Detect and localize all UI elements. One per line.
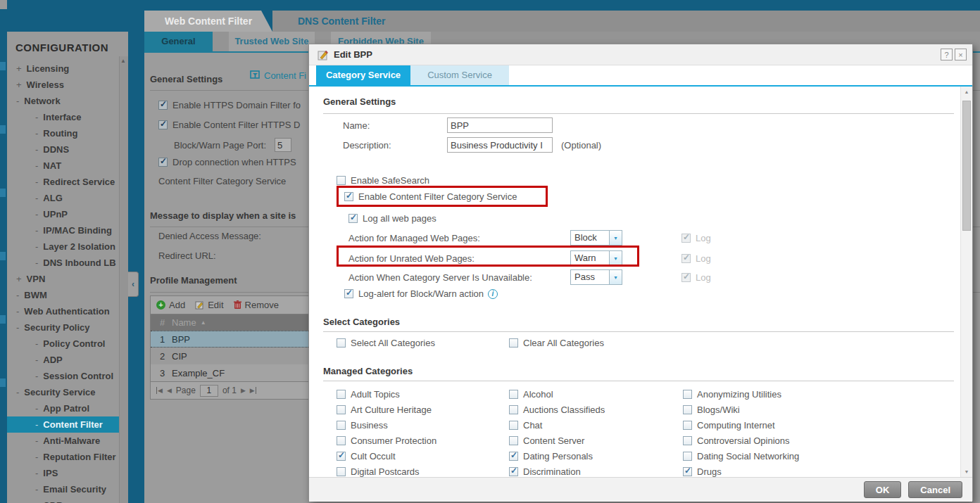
- category-checkbox[interactable]: [509, 421, 518, 430]
- tab-web-content-filter[interactable]: Web Content Filter: [144, 11, 272, 32]
- table-row[interactable]: 1BPP: [151, 331, 311, 348]
- tab-general[interactable]: General: [144, 32, 213, 51]
- action-unrated-dropdown[interactable]: Warn ▼: [570, 250, 622, 266]
- sidebar-item-ip-mac-binding[interactable]: -IP/MAC Binding: [7, 222, 128, 238]
- category-discrimination[interactable]: Discrimination: [509, 464, 683, 477]
- category-consumer-protection[interactable]: Consumer Protection: [337, 433, 509, 448]
- category-controversial-opinions[interactable]: Controversial Opinions: [683, 433, 949, 448]
- sidebar-item-redirect-service[interactable]: -Redirect Service: [7, 174, 128, 190]
- category-alcohol[interactable]: Alcohol: [509, 386, 683, 402]
- close-icon[interactable]: ×: [955, 49, 967, 61]
- select-all-checkbox[interactable]: [337, 338, 346, 348]
- sidebar-item-nat[interactable]: -NAT: [7, 158, 128, 174]
- name-field[interactable]: [447, 117, 553, 133]
- sidebar-item-dns-inbound-lb[interactable]: -DNS Inbound LB: [7, 255, 128, 271]
- enable-category-service-checkbox[interactable]: [344, 192, 353, 201]
- category-adult-topics[interactable]: Adult Topics: [337, 386, 509, 402]
- category-blogs-wiki[interactable]: Blogs/Wiki: [683, 402, 949, 417]
- category-cult-occult[interactable]: Cult Occult: [337, 448, 509, 464]
- remove-button[interactable]: Remove: [234, 300, 279, 310]
- category-checkbox[interactable]: [337, 390, 346, 399]
- category-checkbox[interactable]: [337, 405, 346, 414]
- category-dating-personals[interactable]: Dating Personals: [509, 448, 683, 464]
- category-checkbox[interactable]: [683, 436, 692, 445]
- category-checkbox[interactable]: [683, 467, 692, 476]
- category-checkbox[interactable]: [337, 436, 346, 445]
- clear-all-checkbox[interactable]: [509, 338, 518, 348]
- sidebar-item-ips[interactable]: -IPS: [7, 465, 128, 481]
- category-business[interactable]: Business: [337, 417, 509, 433]
- sidebar-item-wireless[interactable]: +Wireless: [7, 77, 128, 93]
- log-alert-checkbox[interactable]: [344, 289, 353, 298]
- category-checkbox[interactable]: [337, 421, 346, 430]
- description-field[interactable]: [447, 137, 553, 153]
- ok-button[interactable]: OK: [864, 481, 902, 498]
- sidebar-item-cdr[interactable]: -CDR: [7, 497, 128, 503]
- category-dating-social-networking[interactable]: Dating Social Networking: [683, 448, 949, 464]
- https-domain-filter-checkbox[interactable]: [158, 101, 168, 110]
- category-checkbox[interactable]: [683, 405, 692, 414]
- dialog-scrollbar[interactable]: ▲ ▼: [960, 87, 972, 477]
- category-checkbox[interactable]: [509, 467, 518, 476]
- sidebar-scrollbar[interactable]: ▲: [119, 56, 128, 503]
- tab-dns-content-filter[interactable]: DNS Content Filter: [272, 15, 385, 27]
- sidebar-item-anti-malware[interactable]: -Anti-Malware: [7, 433, 128, 449]
- action-managed-dropdown[interactable]: Block ▼: [570, 230, 622, 246]
- sidebar-item-vpn[interactable]: +VPN: [7, 271, 128, 287]
- block-warn-port-input[interactable]: [275, 138, 291, 152]
- cancel-button[interactable]: Cancel: [908, 481, 962, 498]
- tab-trusted-web-site[interactable]: Trusted Web Site: [229, 32, 315, 51]
- sidebar-item-session-control[interactable]: -Session Control: [7, 368, 128, 384]
- sidebar-item-interface[interactable]: -Interface: [7, 109, 128, 125]
- category-drugs[interactable]: Drugs: [683, 464, 949, 477]
- sidebar-item-web-authentication[interactable]: -Web Authentication: [7, 303, 128, 319]
- sidebar-item-network[interactable]: -Network: [7, 93, 128, 109]
- action-unavailable-dropdown[interactable]: Pass ▼: [570, 269, 622, 285]
- scroll-up-icon[interactable]: ▲: [961, 89, 972, 94]
- scroll-down-icon[interactable]: ▼: [961, 469, 972, 474]
- page-next-icon[interactable]: ▶: [241, 387, 246, 394]
- table-row[interactable]: 2CIP: [151, 348, 311, 364]
- add-button[interactable]: + Add: [156, 300, 185, 310]
- category-checkbox[interactable]: [683, 390, 692, 399]
- sidebar-item-upnp[interactable]: -UPnP: [7, 206, 128, 222]
- table-row[interactable]: 3Example_CF: [151, 364, 311, 381]
- page-input[interactable]: [200, 385, 218, 397]
- scrollbar-thumb[interactable]: [962, 101, 971, 231]
- sidebar-item-app-patrol[interactable]: -App Patrol: [7, 400, 128, 416]
- category-checkbox[interactable]: [509, 436, 518, 445]
- sidebar-item-layer-2-isolation[interactable]: -Layer 2 Isolation: [7, 238, 128, 255]
- category-content-server[interactable]: Content Server: [509, 433, 683, 448]
- tab-category-service[interactable]: Category Service: [316, 65, 410, 85]
- category-auctions-classifieds[interactable]: Auctions Classifieds: [509, 402, 683, 417]
- sidebar-item-security-service[interactable]: -Security Service: [7, 384, 128, 400]
- help-icon[interactable]: ?: [941, 49, 953, 61]
- sidebar-item-bwm[interactable]: -BWM: [7, 287, 128, 303]
- collapse-sidebar-handle[interactable]: ‹: [128, 272, 139, 297]
- edit-button[interactable]: Edit: [195, 300, 223, 310]
- drop-connection-checkbox[interactable]: [158, 158, 168, 167]
- tab-custom-service[interactable]: Custom Service: [410, 65, 509, 85]
- page-prev-icon[interactable]: ◀: [167, 387, 172, 394]
- category-digital-postcards[interactable]: Digital Postcards: [337, 464, 509, 477]
- category-checkbox[interactable]: [509, 405, 518, 414]
- log-all-checkbox[interactable]: [348, 214, 358, 223]
- category-checkbox[interactable]: [509, 390, 518, 399]
- category-chat[interactable]: Chat: [509, 417, 683, 433]
- category-art-culture-heritage[interactable]: Art Culture Heritage: [337, 402, 509, 417]
- safesearch-checkbox[interactable]: [337, 176, 346, 185]
- sidebar-item-policy-control[interactable]: -Policy Control: [7, 336, 128, 352]
- cf-https-checkbox[interactable]: [158, 120, 168, 129]
- category-anonymizing-utilities[interactable]: Anonymizing Utilities: [683, 386, 949, 402]
- sidebar-item-alg[interactable]: -ALG: [7, 190, 128, 206]
- category-checkbox[interactable]: [509, 452, 518, 461]
- sidebar-item-content-filter[interactable]: -Content Filter: [7, 416, 128, 433]
- sidebar-item-security-policy[interactable]: -Security Policy: [7, 319, 128, 336]
- content-filter-help-link[interactable]: Content Fi: [250, 70, 306, 81]
- col-name[interactable]: Name: [172, 317, 196, 328]
- category-checkbox[interactable]: [337, 452, 346, 461]
- scroll-up-icon[interactable]: ▲: [120, 58, 126, 64]
- sidebar-item-licensing[interactable]: +Licensing: [7, 61, 128, 77]
- sidebar-item-reputation-filter[interactable]: -Reputation Filter: [7, 449, 128, 465]
- page-first-icon[interactable]: ◀: [156, 387, 163, 394]
